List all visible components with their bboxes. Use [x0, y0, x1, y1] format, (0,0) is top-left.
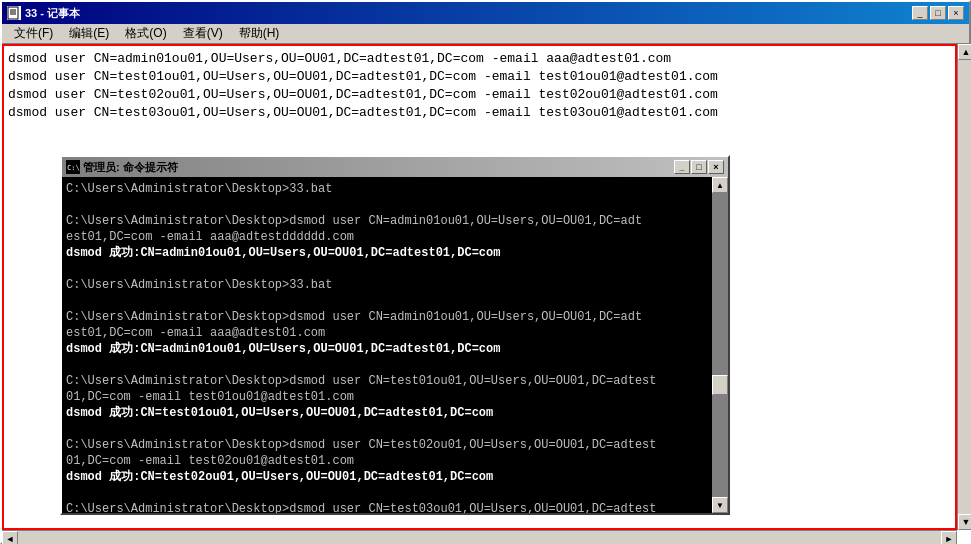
- cmd-scroll-track: [712, 193, 728, 497]
- menu-help[interactable]: 帮助(H): [231, 23, 288, 44]
- cmd-window: C:\ 管理员: 命令提示符 _ □ × C:\Users\Administra…: [60, 155, 730, 515]
- notepad-minimize-btn[interactable]: _: [912, 6, 928, 20]
- cmd-icon: C:\: [66, 160, 80, 174]
- scroll-left-btn[interactable]: ◄: [2, 531, 18, 544]
- cmd-title-text: 管理员: 命令提示符: [83, 160, 178, 175]
- menu-edit[interactable]: 编辑(E): [61, 23, 117, 44]
- notepad-scroll-horizontal[interactable]: ◄ ►: [2, 530, 957, 544]
- scroll-up-btn[interactable]: ▲: [958, 44, 971, 60]
- cmd-minimize-btn[interactable]: _: [674, 160, 690, 174]
- notepad-menu-bar: 文件(F) 编辑(E) 格式(O) 查看(V) 帮助(H): [2, 24, 969, 44]
- scroll-right-btn[interactable]: ►: [941, 531, 957, 544]
- notepad-title-left: 33 - 记事本: [7, 6, 80, 21]
- notepad-icon: [7, 6, 21, 20]
- cmd-title-left: C:\ 管理员: 命令提示符: [66, 160, 178, 175]
- menu-view[interactable]: 查看(V): [175, 23, 231, 44]
- cmd-close-btn[interactable]: ×: [708, 160, 724, 174]
- cmd-scroll-vertical[interactable]: ▲ ▼: [712, 177, 728, 513]
- notepad-scroll-vertical[interactable]: ▲ ▼: [957, 44, 971, 530]
- scroll-down-btn[interactable]: ▼: [958, 514, 971, 530]
- cmd-content: C:\Users\Administrator\Desktop>33.bat C:…: [62, 177, 716, 513]
- cmd-scroll-up-btn[interactable]: ▲: [712, 177, 728, 193]
- notepad-title-buttons: _ □ ×: [912, 6, 964, 20]
- svg-text:C:\: C:\: [67, 164, 80, 172]
- cmd-title-buttons: _ □ ×: [674, 160, 724, 174]
- notepad-title-bar: 33 - 记事本 _ □ ×: [2, 2, 969, 24]
- notepad-title-text: 33 - 记事本: [25, 6, 80, 21]
- menu-file[interactable]: 文件(F): [6, 23, 61, 44]
- notepad-restore-btn[interactable]: □: [930, 6, 946, 20]
- menu-format[interactable]: 格式(O): [117, 23, 174, 44]
- svg-rect-0: [8, 7, 18, 19]
- cmd-scroll-down-btn[interactable]: ▼: [712, 497, 728, 513]
- notepad-close-btn[interactable]: ×: [948, 6, 964, 20]
- cmd-restore-btn[interactable]: □: [691, 160, 707, 174]
- cmd-title-bar: C:\ 管理员: 命令提示符 _ □ ×: [62, 157, 728, 177]
- cmd-scroll-thumb[interactable]: [712, 375, 728, 395]
